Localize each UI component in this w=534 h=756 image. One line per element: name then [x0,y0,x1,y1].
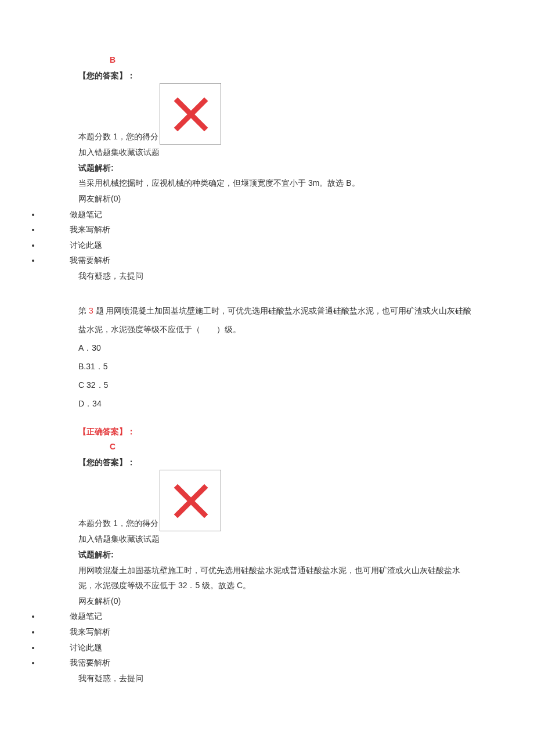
q2-action-need[interactable]: 我需要解析 [41,253,534,268]
q3-add-wrong-link[interactable]: 加入错题集 [78,534,119,543]
q2-analysis-label: 试题解析: [78,160,476,176]
q2-analysis-text: 当采用机械挖掘时，应视机械的种类确定，但堰顶宽度不宜小于 3m。故选 B。 [78,175,476,191]
wrong-mark-icon [160,83,221,145]
q3-option-a[interactable]: A．30 [78,339,476,357]
q2-action-discuss[interactable]: 讨论此题 [41,237,534,253]
q3-correct-label: 【正确答案】： [78,424,476,440]
q3-action-note[interactable]: 做题笔记 [41,609,534,624]
q2-ask-link[interactable]: 我有疑惑，去提问 [78,268,476,284]
q2-action-note[interactable]: 做题笔记 [41,207,534,222]
q3-score-prefix: 本题分数 1，您的得分 [78,519,158,528]
q3-option-c[interactable]: C 32．5 [78,376,476,394]
q2-favorite-link[interactable]: 收藏该试题 [119,147,160,157]
q2-add-wrong-link[interactable]: 加入错题集 [78,147,119,157]
q2-score-line: 本题分数 1，您的得分 [78,83,476,145]
q3-stem-text: 用网喷混凝土加固基坑壁施工时，可优先选用硅酸盐水泥或普通硅酸盐水泥，也可用矿渣或… [78,306,471,334]
q3-stem: 第 3 题 用网喷混凝土加固基坑壁施工时，可优先选用硅酸盐水泥或普通硅酸盐水泥，… [78,301,476,339]
q3-analysis-text: 用网喷混凝土加固基坑壁施工时，可优先选用硅酸盐水泥或普通硅酸盐水泥，也可用矿渣或… [78,563,476,593]
wrong-mark-icon [160,470,221,531]
q3-action-write[interactable]: 我来写解析 [41,624,534,640]
q3-favorite-link[interactable]: 收藏该试题 [119,534,160,543]
q3-number: 3 [89,306,93,315]
q3-correct-answer-letter: C [78,439,476,455]
q3-option-b[interactable]: B.31．5 [78,357,476,376]
q2-action-write[interactable]: 我来写解析 [41,222,534,237]
q2-your-answer-label: 【您的答案】： [78,68,476,84]
q2-correct-answer-letter: B [78,52,476,68]
q3-option-d[interactable]: D．34 [78,394,476,413]
q2-friends-analysis[interactable]: 网友解析(0) [78,191,476,207]
q3-suffix: 题 [93,306,104,315]
q3-score-line: 本题分数 1，您的得分 [78,470,476,531]
q3-action-need[interactable]: 我需要解析 [41,655,534,671]
q3-your-answer-label: 【您的答案】： [78,455,476,470]
q2-score-prefix: 本题分数 1，您的得分 [78,132,158,142]
q3-friends-analysis[interactable]: 网友解析(0) [78,593,476,609]
q2-action-list: 做题笔记 我来写解析 讨论此题 我需要解析 [0,207,534,268]
q3-ask-link[interactable]: 我有疑惑，去提问 [78,671,476,686]
q3-action-list: 做题笔记 我来写解析 讨论此题 我需要解析 [0,609,534,670]
q3-prefix: 第 [78,306,89,315]
q3-analysis-label: 试题解析: [78,547,476,563]
q3-action-discuss[interactable]: 讨论此题 [41,640,534,656]
